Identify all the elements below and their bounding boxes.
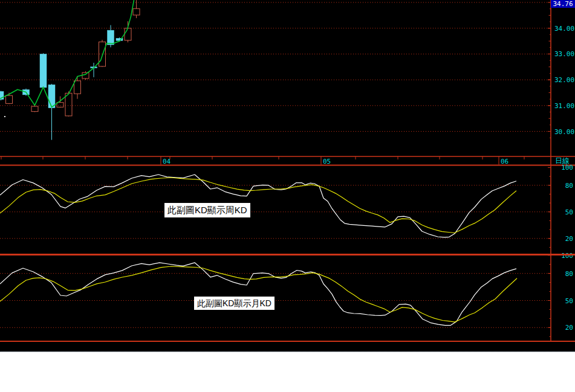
price-axis-label: 30.00 <box>554 128 574 136</box>
monthly-kd-pane[interactable] <box>0 255 551 341</box>
candle-down <box>40 54 47 88</box>
date-label: 05 <box>323 158 331 165</box>
candle-down <box>48 85 55 108</box>
annotation-monthly-kd[interactable]: 此副圖KD顯示月KD <box>194 297 275 310</box>
price-axis-label: 31.00 <box>554 102 574 110</box>
stock-chart-window: 34.0033.0032.0031.0030.00040506100805020… <box>0 0 575 392</box>
date-label: 06 <box>501 158 508 165</box>
date-axis[interactable] <box>0 156 575 165</box>
price-axis-label: 32.00 <box>554 76 574 84</box>
price-axis-label: 34.00 <box>554 25 574 33</box>
kd-axis-label: 20 <box>565 324 573 332</box>
kd-axis-label: 20 <box>565 235 573 243</box>
kd-axis-label: 100 <box>561 164 573 172</box>
chart-canvas[interactable]: 34.0033.0032.0031.0030.00040506100805020… <box>0 0 575 392</box>
date-label: 04 <box>163 158 171 165</box>
kd-axis-label: 50 <box>565 297 573 305</box>
footer-blank-area <box>0 352 575 392</box>
period-label[interactable]: 日線 <box>555 157 570 165</box>
last-price-badge: 34.76 <box>551 0 575 8</box>
stray-dot <box>4 116 5 117</box>
annotation-weekly-kd[interactable]: 此副圖KD顯示周KD <box>164 203 250 217</box>
kd-axis-label: 80 <box>565 182 573 190</box>
candle-down <box>108 30 114 45</box>
kd-axis-label: 50 <box>565 208 573 216</box>
weekly-kd-pane[interactable] <box>0 165 551 255</box>
price-axis-label: 33.00 <box>554 50 574 58</box>
kd-axis-label: 100 <box>561 252 573 260</box>
kd-axis-label: 80 <box>565 270 573 278</box>
